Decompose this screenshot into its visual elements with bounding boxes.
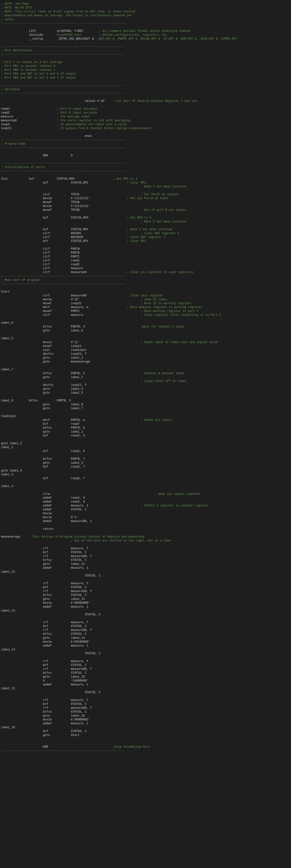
line-content: btfss PORTB, 4 ;Wait for channel n input: [1, 325, 290, 329]
line-content: ; Bank 0 has been selected: [1, 220, 290, 224]
line-content: clrf PORTC: [1, 255, 290, 259]
code-line: label_15: [0, 687, 291, 690]
code-line: [0, 480, 291, 484]
line-content: ; DESC: This circuit reads an 8-bit sign…: [1, 10, 290, 13]
line-content: clrf TRISC ; Set PortC as outputs: [1, 192, 290, 196]
code-line: ;---------------------------------------…: [0, 45, 291, 49]
line-content: addwf STATUS, C: [1, 508, 290, 512]
code-line: movwf loop11: [0, 344, 291, 348]
code-line: btfss PORTB, 5 ; Channel A encoder input: [0, 372, 291, 375]
code-line: read2 ; Port B input variable: [0, 111, 291, 115]
code-line: bcf STATUS,RP1 ; Clear RP1: [0, 181, 291, 185]
line-content: [1, 189, 290, 192]
line-content: [1, 480, 290, 484]
code-line: [0, 523, 291, 527]
code-line: movlw d'11' ; Reads input 32 times over …: [0, 340, 291, 344]
code-line: STATUS, C: [0, 652, 291, 655]
line-content: [1, 25, 290, 29]
line-content: movlw d'11' ; Reads input 32 times over …: [1, 340, 290, 344]
line-content: clrf measureDD ; Clear this register: [1, 294, 290, 298]
line-content: ORG 0: [1, 154, 290, 158]
code-line: ; DATE: 08-09-2015: [0, 6, 291, 10]
code-line: [0, 741, 291, 745]
code-line: goto label_1: [0, 430, 291, 434]
line-content: ; cycle: [1, 18, 290, 21]
code-line: goto label_6: [0, 387, 291, 391]
code-line: ;---------------------------------------…: [0, 274, 291, 278]
code-line: [0, 25, 291, 29]
line-content: __config _INTRC_OSC_NOCLKOUT &; _WDT_OFF…: [1, 37, 290, 41]
line-content: addwf measure, 1: [1, 605, 290, 609]
line-content: ;---------------------------------------…: [1, 53, 290, 56]
line-content: rrf measureDD, f: [1, 628, 290, 632]
line-content: goto label_1: [1, 356, 290, 360]
code-line: [0, 578, 291, 582]
code-line: ; Port RA0 and RA5 is bit 0 and 5 of out…: [0, 72, 291, 76]
code-line: btfss STATUS, C: [0, 593, 291, 597]
line-content: ;---------------------------------------…: [1, 161, 290, 165]
line-content: goto label_16: [1, 714, 290, 718]
code-line: clrf TRISC ; Set PortC as outputs: [0, 192, 291, 196]
code-line: ; All of the bits are shifted to the rig…: [0, 539, 291, 543]
line-content: label_8 btfss PORTB, 5: [1, 399, 290, 403]
line-content: ; Port C is output as 8-bit average: [1, 60, 290, 64]
line-content: btfss STATUS, C: [1, 671, 290, 675]
code-line: ; AUTH: Joe Page: [0, 2, 291, 6]
line-content: morf measure, w ; Move measure register …: [1, 305, 290, 309]
line-content: btfss PORTB, 5 ; Channel A encoder input: [1, 372, 290, 375]
line-content: ;---------------------------------------…: [1, 45, 290, 49]
line-content: bcf STATUS, C: [1, 702, 290, 706]
code-line: goto label_15: [0, 675, 291, 679]
line-content: [1, 103, 290, 107]
code-line: ; Variables: [0, 88, 291, 91]
code-line: [0, 130, 291, 134]
code-line: readinput: [0, 414, 291, 418]
line-content: label_2: [1, 445, 290, 449]
code-line: rrf measure, f: [0, 547, 291, 551]
line-content: goto makeaverage: [1, 360, 290, 364]
code-line: addwf measure, 1: [0, 605, 291, 609]
code-line: rrf measure, f: [0, 698, 291, 702]
code-line: label_2: [0, 445, 291, 449]
line-content: rrf measureDD, f: [1, 589, 290, 593]
code-line: ; Loops total off 11 times: [0, 379, 291, 383]
code-line: label_3: [0, 473, 291, 476]
code-line: [0, 41, 291, 45]
code-line: label_4: [0, 484, 291, 488]
code-line: addwf measure, 1 ; Shifts C register to …: [0, 504, 291, 508]
code-line: bcf STATUS, C: [0, 730, 291, 733]
line-content: bsf STATUS,RP1 ; Bank 2 has been selecte…: [1, 227, 290, 231]
code-line: label_13: [0, 609, 291, 613]
line-content: [1, 410, 290, 414]
line-content: call readinput: [1, 348, 290, 352]
code-line: measuredd ; The carry register to aid wi…: [0, 119, 291, 123]
code-line: decfsz loop11, f: [0, 383, 291, 387]
code-line: ; Port RB6 and RB7 is bit 6 and 7 of out…: [0, 76, 291, 80]
line-content: bcf STATUS, C: [1, 663, 290, 667]
line-content: ; Port RB5 is encoder channel 1: [1, 68, 290, 72]
code-line: [0, 531, 291, 535]
code-line: ;---------------------------------------…: [0, 84, 291, 88]
code-line: [0, 364, 291, 368]
code-line: bcf STATUS,RP1 ; Clear RP1: [0, 239, 291, 243]
code-line: [0, 438, 291, 441]
line-content: label_12: [1, 570, 290, 574]
line-content: label_6: [1, 321, 290, 325]
code-line: goto label_16: [0, 714, 291, 718]
line-content: ; Bank 1 has been selected: [1, 185, 290, 189]
line-content: LIST p=16F690, f=DEC ; All numbers Decim…: [1, 29, 290, 33]
code-line: clrf read2: [0, 262, 291, 267]
line-content: movlw b'11111111': [1, 204, 290, 208]
code-line: Init bsf STATUS,RP0 ; Set RP0 to 1: [0, 177, 291, 181]
code-line: [0, 189, 291, 192]
code-line: movwf TRISB ; All of port B are inputs: [0, 208, 291, 212]
code-line: btfss STATUS, C: [0, 632, 291, 636]
line-content: [1, 523, 290, 527]
code-line: btfss PORTB, 4 ;Wait for channel n input: [0, 325, 291, 329]
code-line: goto label_1: [0, 356, 291, 360]
line-content: addwf measure, 1: [1, 566, 290, 570]
code-line: ;---------------------------------------…: [0, 169, 291, 173]
line-content: addwf measure, 1: [1, 683, 290, 687]
code-line: ; Port RB5 is encoder channel 1: [0, 68, 291, 72]
code-line: decfsz loop31, f: [0, 352, 291, 356]
